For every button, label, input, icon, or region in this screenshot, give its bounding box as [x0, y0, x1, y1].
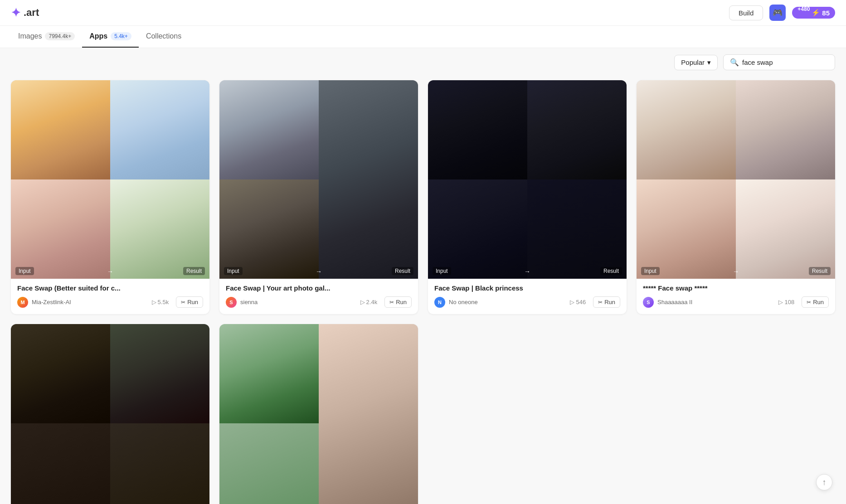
views-icon: ▷: [360, 299, 365, 305]
tab-images[interactable]: Images 7994.4k+: [11, 26, 82, 48]
card3-image: Input → Result: [428, 80, 627, 279]
card4-run-button[interactable]: ✂ Run: [802, 296, 829, 308]
tab-collections[interactable]: Collections: [139, 26, 189, 48]
card2-result-label: Result: [392, 267, 413, 275]
card3-title: Face Swap | Black princess: [434, 284, 620, 292]
card4-image: Input → Result: [637, 80, 835, 279]
card3-img-br: [527, 179, 627, 279]
card-face-swap-better[interactable]: Input → Result Face Swap (Better suited …: [11, 80, 209, 314]
card1-result-label: Result: [183, 267, 205, 275]
sort-dropdown[interactable]: Popular ▾: [674, 55, 718, 70]
card5-img-br: [110, 423, 209, 504]
card4-author: Shaaaaaaa II: [657, 299, 775, 305]
card1-img-tr: [110, 80, 209, 179]
card1-run-button[interactable]: ✂ Run: [176, 296, 203, 308]
card3-meta: N No oneone ▷ 546 ✂ Run: [434, 296, 620, 308]
chevron-down-icon: ▾: [707, 58, 711, 67]
build-button[interactable]: Build: [729, 5, 763, 20]
card4-img-tl: [637, 80, 736, 179]
card3-img-bl: [428, 179, 527, 279]
tab-apps[interactable]: Apps 5.4k+: [82, 26, 139, 48]
views-icon: ▷: [778, 299, 783, 305]
card-girl-flowers[interactable]: Input → Result Face Swap | Girl with Flo…: [219, 324, 418, 504]
card4-info: ***** Face swap ***** S Shaaaaaaa II ▷ 1…: [637, 279, 835, 314]
card1-image: Input → Result: [11, 80, 209, 279]
card6-img-tl: [219, 324, 319, 423]
tab-apps-badge: 5.4k+: [111, 32, 131, 40]
card2-avatar: S: [226, 297, 237, 308]
credits-badge[interactable]: +480 ⚡ 85: [792, 7, 835, 19]
filter-bar: Popular ▾ 🔍: [0, 48, 846, 70]
card4-title: ***** Face swap *****: [643, 284, 829, 292]
card1-img-tl: [11, 80, 110, 179]
run-icon: ✂: [389, 299, 394, 305]
discord-icon: 🎮: [773, 8, 783, 18]
scroll-to-top-button[interactable]: ↑: [816, 474, 832, 490]
tabs-bar: Images 7994.4k+ Apps 5.4k+ Collections: [0, 26, 846, 48]
credits-lightning-icon: ⚡: [812, 9, 820, 17]
card4-views: ▷ 108: [778, 299, 794, 305]
card4-img-tr: [736, 80, 835, 179]
card3-result-label: Result: [600, 267, 622, 275]
card3-author: No oneone: [449, 299, 566, 305]
run-icon: ✂: [598, 299, 603, 305]
card4-input-label: Input: [641, 267, 660, 275]
tab-images-label: Images: [18, 32, 42, 40]
card-claymation[interactable]: Input → Result Claymation Movie and TV m…: [11, 324, 209, 504]
search-box: 🔍: [723, 54, 835, 70]
tab-apps-label: Apps: [89, 32, 107, 40]
views-icon: ▷: [570, 299, 574, 305]
card6-img-tr: [319, 324, 418, 504]
card1-title: Face Swap (Better suited for c...: [17, 284, 203, 292]
card1-author: Mia-Zestlink-AI: [32, 299, 148, 305]
tab-collections-label: Collections: [146, 32, 181, 40]
credits-amount: 85: [822, 9, 830, 17]
card2-meta: S sienna ▷ 2.4k ✂ Run: [226, 296, 412, 308]
search-input[interactable]: [742, 58, 828, 66]
card3-run-button[interactable]: ✂ Run: [593, 296, 620, 308]
card2-img-tl: [219, 80, 319, 179]
card2-img-bl: [219, 179, 319, 279]
search-icon: 🔍: [730, 58, 739, 67]
card2-info: Face Swap | Your art photo gal... S sien…: [219, 279, 418, 314]
card2-author: sienna: [240, 299, 357, 305]
discord-button[interactable]: 🎮: [769, 5, 786, 21]
header: ✦ .art Build 🎮 +480 ⚡ 85: [0, 0, 846, 26]
card5-img-tl: [11, 324, 110, 423]
card2-arrow: →: [316, 268, 322, 275]
card1-meta: M Mia-Zestlink-AI ▷ 5.5k ✂ Run: [17, 296, 203, 308]
card2-run-button[interactable]: ✂ Run: [384, 296, 412, 308]
card6-image: Input → Result: [219, 324, 418, 504]
card-star-face-swap[interactable]: Input → Result ***** Face swap ***** S S…: [637, 80, 835, 314]
card2-input-label: Input: [224, 267, 243, 275]
card3-views: ▷ 546: [570, 299, 586, 305]
card5-img-bl: [11, 423, 110, 504]
logo-icon: ✦: [11, 6, 21, 20]
card3-input-label: Input: [433, 267, 451, 275]
card5-img-tr: [110, 324, 209, 423]
card-face-swap-art[interactable]: Input → Result Face Swap | Your art phot…: [219, 80, 418, 314]
card2-img-tr: [319, 80, 418, 279]
header-right: Build 🎮 +480 ⚡ 85: [729, 5, 835, 21]
card2-image: Input → Result: [219, 80, 418, 279]
tab-images-badge: 7994.4k+: [45, 32, 75, 40]
card4-arrow: →: [733, 268, 739, 275]
sort-label: Popular: [681, 58, 705, 66]
card1-img-bl: [11, 179, 110, 279]
card4-avatar: S: [643, 297, 654, 308]
run-icon: ✂: [807, 299, 811, 305]
card4-meta: S Shaaaaaaa II ▷ 108 ✂ Run: [643, 296, 829, 308]
card4-img-bl: [637, 179, 736, 279]
views-icon: ▷: [152, 299, 156, 305]
card2-title: Face Swap | Your art photo gal...: [226, 284, 412, 292]
card5-image: Input → Result: [11, 324, 209, 504]
card6-img-bl: [219, 423, 319, 504]
card1-input-label: Input: [15, 267, 34, 275]
card3-img-tr: [527, 80, 627, 179]
card3-img-tl: [428, 80, 527, 179]
card-black-princess[interactable]: Input → Result Face Swap | Black princes…: [428, 80, 627, 314]
card4-img-br: [736, 179, 835, 279]
card1-views: ▷ 5.5k: [152, 299, 169, 305]
card4-result-label: Result: [809, 267, 831, 275]
logo[interactable]: ✦ .art: [11, 6, 39, 20]
